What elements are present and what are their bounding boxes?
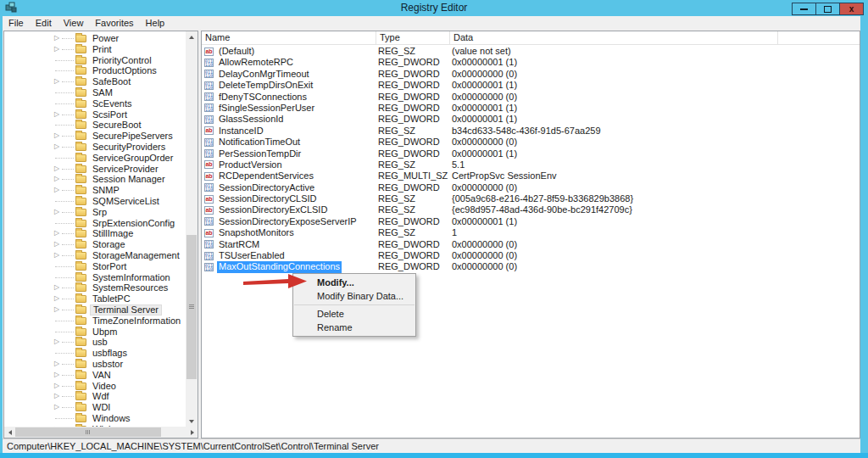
title-bar[interactable]: Registry Editor x	[0, 0, 868, 16]
tree-item[interactable]: ▷ ServiceProvider	[4, 164, 186, 175]
horizontal-scroll-thumb[interactable]	[15, 427, 161, 437]
tree-item[interactable]: ▷ SecurityProviders	[4, 142, 186, 153]
value-row-StartRCM[interactable]: StartRCM REG_DWORD 0x00000000 (0)	[202, 239, 860, 250]
tree-item[interactable]: ▷ WDI	[4, 402, 186, 413]
value-row-PerSessionTempDir[interactable]: PerSessionTempDir REG_DWORD 0x00000001 (…	[202, 148, 860, 159]
tree-item[interactable]: ▷ Windows	[4, 413, 186, 424]
tree-item[interactable]: ▷ usbstor	[4, 359, 186, 370]
value-name[interactable]: (Default)	[217, 46, 256, 57]
value-name[interactable]: RCDependentServices	[217, 170, 315, 182]
value-row-SessionDirectoryActive[interactable]: SessionDirectoryActive REG_DWORD 0x00000…	[202, 182, 860, 193]
value-name[interactable]: DeleteTempDirsOnExit	[217, 80, 314, 91]
tree-item[interactable]: ▷ SNMP	[4, 185, 186, 196]
tree-item[interactable]: ▷ Storage	[4, 239, 186, 250]
context-menu-item-modify-binary-data[interactable]: Modify Binary Data...	[293, 289, 415, 303]
tree-item[interactable]: ▷ StorageManagement	[4, 250, 186, 261]
tree-item[interactable]: ▷ SAM	[4, 87, 186, 98]
value-name[interactable]: DelayConMgrTimeout	[217, 69, 311, 80]
chevron-right-icon[interactable]: ▷	[52, 76, 62, 87]
value-name[interactable]: TSUserEnabled	[217, 250, 287, 261]
scroll-left-button[interactable]	[4, 427, 15, 438]
tree-item[interactable]: ▷ Print	[4, 44, 186, 55]
scroll-up-button[interactable]	[186, 31, 198, 42]
value-name[interactable]: AllowRemoteRPC	[217, 57, 295, 68]
tree-item[interactable]: ▷ Ubpm	[4, 327, 186, 338]
value-row-MaxOutStandingConnections[interactable]: MaxOutStandingConnections REG_DWORD 0x00…	[202, 261, 860, 272]
chevron-right-icon[interactable]: ▷	[52, 228, 62, 239]
tree-item[interactable]: ▷ TabletPC	[4, 293, 186, 304]
column-header-type[interactable]: Type	[376, 31, 450, 45]
context-menu-item-modify[interactable]: Modify...	[293, 276, 415, 289]
value-row-RCDependentServices[interactable]: RCDependentServices REG_MULTI_SZ CertPro…	[202, 170, 860, 182]
value-row-AllowRemoteRPC[interactable]: AllowRemoteRPC REG_DWORD 0x00000001 (1)	[202, 57, 860, 68]
tree-item[interactable]: ▷ ScsiPort	[4, 109, 186, 120]
value-name[interactable]: InstanceID	[217, 126, 265, 137]
tree-item[interactable]: ▷ SrpExtensionConfig	[4, 218, 186, 229]
menu-bar-item[interactable]: Help	[140, 16, 171, 31]
close-button[interactable]: x	[839, 3, 864, 15]
chevron-right-icon[interactable]: ▷	[52, 239, 62, 250]
value-row-ProductVersion[interactable]: ProductVersion REG_SZ 5.1	[202, 159, 860, 170]
chevron-right-icon[interactable]: ▷	[52, 381, 62, 392]
value-row-NotificationTimeOut[interactable]: NotificationTimeOut REG_DWORD 0x00000000…	[202, 137, 860, 148]
tree-item[interactable]: ▷ Wdf	[4, 391, 186, 402]
value-row-fSingleSessionPerUser[interactable]: fSingleSessionPerUser REG_DWORD 0x000000…	[202, 103, 860, 114]
value-name[interactable]: GlassSessionId	[217, 114, 285, 125]
chevron-right-icon[interactable]: ▷	[52, 359, 62, 370]
value-row-(Default)[interactable]: (Default) REG_SZ (value not set)	[202, 46, 860, 57]
tree-item[interactable]: ▷ Session Manager	[4, 174, 186, 185]
value-row-SessionDirectoryExCLSID[interactable]: SessionDirectoryExCLSID REG_SZ {ec98d957…	[202, 204, 860, 215]
column-header-name[interactable]: Name	[202, 31, 376, 45]
tree-item[interactable]: ▷ usb	[4, 337, 186, 348]
tree-item[interactable]: ▷ Srp	[4, 207, 186, 218]
value-name[interactable]: SessionDirectoryCLSID	[217, 193, 319, 204]
chevron-right-icon[interactable]: ▷	[52, 174, 62, 185]
chevron-right-icon[interactable]: ▷	[52, 185, 62, 196]
tree-item[interactable]: ▷ ProductOptions	[4, 65, 186, 76]
tree-vertical-scrollbar[interactable]	[186, 31, 198, 427]
chevron-right-icon[interactable]: ▷	[52, 207, 62, 218]
chevron-right-icon[interactable]: ▷	[52, 131, 62, 142]
menu-bar-item[interactable]: Favorites	[89, 16, 139, 31]
value-row-SessionDirectoryExposeServerIP[interactable]: SessionDirectoryExposeServerIP REG_DWORD…	[202, 216, 860, 227]
chevron-right-icon[interactable]: ▷	[52, 250, 62, 261]
tree-item[interactable]: ▷ ScEvents	[4, 98, 186, 109]
tree-item[interactable]: ▷ SecurePipeServers	[4, 131, 186, 142]
tree-item[interactable]: ▷ SafeBoot	[4, 76, 186, 87]
tree-item[interactable]: ▷ SQMServiceList	[4, 196, 186, 207]
chevron-right-icon[interactable]: ▷	[52, 337, 62, 348]
value-name[interactable]: NotificationTimeOut	[217, 137, 302, 148]
chevron-right-icon[interactable]: ▷	[52, 33, 62, 44]
maximize-button[interactable]	[815, 3, 840, 15]
value-name[interactable]: ProductVersion	[217, 159, 284, 170]
value-row-fDenyTSConnections[interactable]: fDenyTSConnections REG_DWORD 0x00000000 …	[202, 92, 860, 103]
vertical-scroll-thumb[interactable]	[186, 235, 197, 379]
chevron-right-icon[interactable]: ▷	[52, 391, 62, 402]
value-row-TSUserEnabled[interactable]: TSUserEnabled REG_DWORD 0x00000000 (0)	[202, 250, 860, 261]
tree-horizontal-scrollbar[interactable]	[4, 427, 198, 438]
tree-item[interactable]: ▷ SecureBoot	[4, 120, 186, 131]
tree-item[interactable]: ▷ ServiceGroupOrder	[4, 153, 186, 164]
menu-bar-item[interactable]: Edit	[30, 16, 58, 31]
tree-item[interactable]: ▷ Power	[4, 33, 186, 44]
context-menu-item-rename[interactable]: Rename	[293, 321, 415, 334]
menu-bar-item[interactable]: File	[3, 16, 30, 31]
value-name[interactable]: fSingleSessionPerUser	[217, 103, 316, 114]
tree-item[interactable]: ▷ usbflags	[4, 348, 186, 359]
column-header-data[interactable]: Data	[450, 31, 778, 45]
value-name[interactable]: SessionDirectoryExposeServerIP	[217, 216, 359, 227]
tree-item[interactable]: ▷ StorPort	[4, 261, 186, 272]
chevron-right-icon[interactable]: ▷	[52, 164, 62, 175]
tree-item[interactable]: ▷ SystemResources	[4, 282, 186, 293]
chevron-right-icon[interactable]: ▷	[52, 282, 62, 293]
value-name[interactable]: SnapshotMonitors	[217, 227, 296, 238]
chevron-right-icon[interactable]: ▷	[52, 402, 62, 413]
scroll-down-button[interactable]	[186, 416, 198, 427]
value-name[interactable]: StartRCM	[217, 239, 261, 250]
chevron-right-icon[interactable]: ▷	[52, 370, 62, 381]
value-row-DeleteTempDirsOnExit[interactable]: DeleteTempDirsOnExit REG_DWORD 0x0000000…	[202, 80, 860, 91]
value-name[interactable]: SessionDirectoryActive	[217, 182, 316, 193]
chevron-right-icon[interactable]: ▷	[52, 293, 62, 304]
chevron-right-icon[interactable]: ▷	[52, 109, 62, 120]
value-name[interactable]: SessionDirectoryExCLSID	[217, 204, 329, 215]
